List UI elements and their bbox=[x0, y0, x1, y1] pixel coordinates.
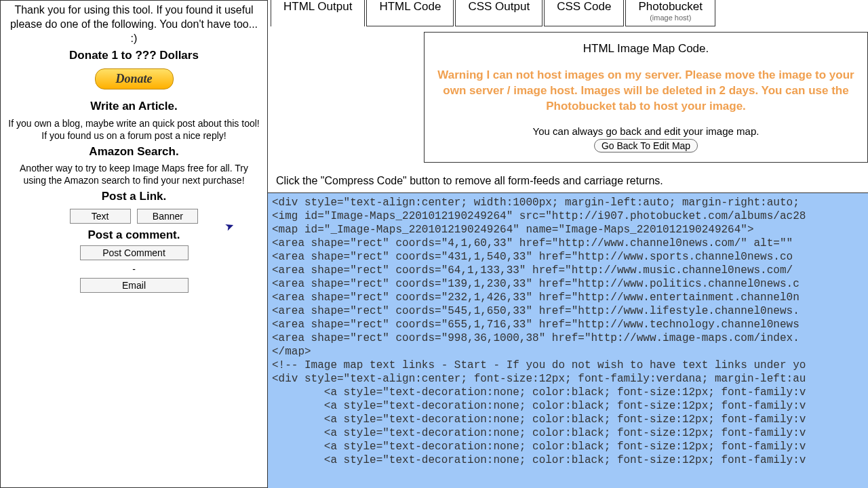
go-back-text: You can always go back and edit your ima… bbox=[533, 125, 760, 137]
banner-button[interactable]: Banner bbox=[137, 209, 198, 224]
tab-html-code[interactable]: HTML Code bbox=[366, 0, 454, 26]
post-link-heading: Post a Link. bbox=[7, 189, 260, 204]
go-back-button[interactable]: Go Back To Edit Map bbox=[594, 139, 698, 152]
amazon-heading: Amazon Search. bbox=[7, 144, 260, 159]
article-text: If you own a blog, maybe write an quick … bbox=[7, 117, 260, 142]
main: HTML Output HTML Code CSS Output CSS Cod… bbox=[268, 0, 868, 488]
donate-heading: Donate 1 to ??? Dollars bbox=[7, 48, 260, 63]
post-comment-button[interactable]: Post Comment bbox=[80, 245, 189, 260]
thanks-text: Thank you for using this tool. If you fo… bbox=[7, 3, 260, 45]
info-box: HTML Image Map Code. Warning I can not h… bbox=[424, 32, 868, 163]
tab-css-code[interactable]: CSS Code bbox=[544, 0, 624, 26]
tab-html-output[interactable]: HTML Output bbox=[271, 0, 365, 26]
amazon-text: Another way to try to keep Image Maps fr… bbox=[7, 162, 260, 186]
comment-heading: Post a comment. bbox=[7, 228, 260, 243]
email-button[interactable]: Email bbox=[80, 278, 189, 293]
tab-photobucket[interactable]: Photobucket(image host) bbox=[625, 0, 715, 26]
warning-text: Warning I can not host images on my serv… bbox=[434, 68, 858, 115]
donate-button[interactable]: Donate bbox=[95, 68, 174, 89]
text-button[interactable]: Text bbox=[70, 209, 131, 224]
tab-css-output[interactable]: CSS Output bbox=[455, 0, 542, 26]
tabs: HTML Output HTML Code CSS Output CSS Cod… bbox=[268, 0, 868, 26]
content-title: HTML Image Map Code. bbox=[434, 42, 858, 56]
code-output[interactable]: <div style="text-align:center; width:100… bbox=[268, 192, 868, 488]
article-heading: Write an Article. bbox=[7, 99, 260, 114]
dash: - bbox=[7, 263, 260, 275]
sidebar: Thank you for using this tool. If you fo… bbox=[0, 0, 268, 488]
compress-note: Click the "Compress Code" button to remo… bbox=[276, 175, 868, 187]
